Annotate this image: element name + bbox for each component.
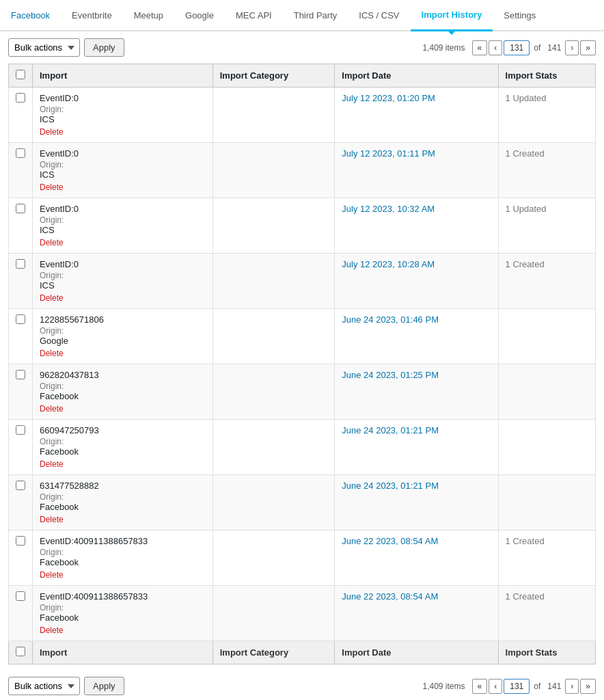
last-page-btn-top[interactable]: » — [580, 40, 596, 55]
row-checkbox[interactable] — [16, 259, 25, 269]
row-checkbox[interactable] — [16, 370, 25, 379]
apply-button-bottom[interactable]: Apply — [84, 677, 124, 695]
import-category-cell — [212, 88, 335, 143]
import-category-cell — [212, 586, 335, 641]
select-all-checkbox[interactable] — [16, 70, 25, 79]
origin-value: Facebook — [40, 391, 206, 401]
first-page-btn-top[interactable]: « — [472, 40, 488, 55]
row-checkbox[interactable] — [16, 591, 25, 601]
event-id: EventID:0 — [40, 204, 206, 214]
import-date-cell: July 12 2023, 10:32 AM — [335, 198, 498, 254]
event-id: EventID:0 — [40, 259, 206, 269]
row-checkbox[interactable] — [16, 425, 25, 435]
tab-eventbrite[interactable]: Eventbrite — [61, 0, 123, 30]
import-date-value: June 24 2023, 01:21 PM — [342, 481, 439, 491]
event-id: EventID:400911388657833 — [40, 591, 206, 602]
table-row: 631477528882Origin:FacebookDeleteJune 24… — [9, 475, 596, 530]
tab-meetup[interactable]: Meetup — [123, 0, 174, 30]
table-row: EventID:400911388657833Origin:FacebookDe… — [9, 530, 596, 586]
import-date-cell: July 12 2023, 01:11 PM — [335, 143, 498, 198]
delete-link[interactable]: Delete — [40, 459, 64, 469]
import-cell: EventID:0Origin:ICSDelete — [33, 254, 213, 309]
import-stats-cell: 1 Created — [498, 143, 595, 198]
delete-link[interactable]: Delete — [40, 515, 64, 524]
row-checkbox-cell — [9, 364, 33, 420]
origin-value: Facebook — [40, 502, 206, 512]
import-category-cell — [212, 420, 335, 475]
delete-link[interactable]: Delete — [40, 404, 64, 414]
apply-button-top[interactable]: Apply — [84, 38, 124, 57]
import-stats-value: 1 Created — [506, 148, 545, 159]
row-checkbox-cell — [9, 420, 33, 475]
import-category-cell — [212, 309, 335, 364]
origin-value: ICS — [40, 114, 206, 124]
row-checkbox[interactable] — [16, 481, 25, 490]
prev-page-btn-bottom[interactable]: ‹ — [489, 679, 502, 694]
delete-link[interactable]: Delete — [40, 570, 64, 580]
table-row: EventID:0Origin:ICSDeleteJuly 12 2023, 1… — [9, 198, 596, 254]
delete-link[interactable]: Delete — [40, 127, 64, 137]
event-id: 660947250793 — [40, 425, 206, 435]
tab-ics---csv[interactable]: ICS / CSV — [348, 0, 410, 30]
import-cell: 660947250793Origin:FacebookDelete — [33, 420, 213, 475]
tab-settings[interactable]: Settings — [493, 0, 547, 30]
origin-label: Origin: — [40, 215, 206, 225]
next-page-btn-top[interactable]: › — [565, 40, 579, 55]
import-date-value: June 24 2023, 01:25 PM — [342, 370, 439, 380]
delete-link[interactable]: Delete — [40, 625, 64, 635]
row-checkbox[interactable] — [16, 93, 25, 103]
row-checkbox-cell — [9, 254, 33, 309]
import-date-cell: June 24 2023, 01:21 PM — [335, 420, 498, 475]
bulk-actions-select-top[interactable]: Bulk actions — [8, 38, 80, 57]
row-checkbox[interactable] — [16, 536, 25, 546]
import-date-cell: July 12 2023, 10:28 AM — [335, 254, 498, 309]
import-cell: EventID:0Origin:ICSDelete — [33, 143, 213, 198]
table-row: EventID:400911388657833Origin:FacebookDe… — [9, 586, 596, 641]
table-row: EventID:0Origin:ICSDeleteJuly 12 2023, 1… — [9, 254, 596, 309]
tab-mec-api[interactable]: MEC API — [225, 0, 283, 30]
row-checkbox-cell — [9, 586, 33, 641]
tab-import-history[interactable]: Import History — [411, 0, 493, 31]
next-page-btn-bottom[interactable]: › — [565, 679, 579, 694]
import-date-cell: June 22 2023, 08:54 AM — [335, 530, 498, 586]
import-stats-value: 1 Created — [506, 591, 545, 602]
of-label-bottom: of — [534, 682, 540, 691]
row-checkbox[interactable] — [16, 148, 25, 158]
import-date-value: June 24 2023, 01:21 PM — [342, 425, 439, 435]
import-date-cell: June 22 2023, 08:54 AM — [335, 586, 498, 641]
select-all-header[interactable] — [9, 64, 33, 88]
tab-third-party[interactable]: Third Party — [283, 0, 348, 30]
import-date-value: June 22 2023, 08:54 AM — [342, 536, 438, 546]
delete-link[interactable]: Delete — [40, 293, 64, 303]
items-count-top: 1,409 items — [423, 43, 465, 53]
delete-link[interactable]: Delete — [40, 349, 64, 358]
current-page-bottom[interactable]: 131 — [504, 679, 530, 694]
first-page-btn-bottom[interactable]: « — [472, 679, 488, 694]
footer-select-all-checkbox[interactable] — [16, 647, 25, 656]
footer-col-import: Import — [33, 641, 213, 664]
origin-value: ICS — [40, 280, 206, 291]
import-stats-value: 1 Updated — [506, 204, 547, 214]
delete-link[interactable]: Delete — [40, 238, 64, 247]
import-stats-cell: 1 Created — [498, 586, 595, 641]
row-checkbox-cell — [9, 198, 33, 254]
col-header-import: Import — [33, 64, 213, 88]
current-page-top[interactable]: 131 — [504, 40, 530, 55]
origin-value: ICS — [40, 225, 206, 235]
delete-link[interactable]: Delete — [40, 183, 64, 192]
row-checkbox[interactable] — [16, 204, 25, 213]
toolbar-bottom-left: Bulk actions Apply — [8, 677, 124, 695]
bulk-actions-select-bottom[interactable]: Bulk actions — [8, 677, 80, 695]
tab-google[interactable]: Google — [174, 0, 225, 30]
import-date-value: July 12 2023, 01:20 PM — [342, 93, 435, 103]
import-category-cell — [212, 530, 335, 586]
col-header-import-category: Import Category — [212, 64, 335, 88]
origin-label: Origin: — [40, 548, 206, 557]
import-stats-cell — [498, 420, 595, 475]
row-checkbox[interactable] — [16, 314, 25, 324]
prev-page-btn-top[interactable]: ‹ — [489, 40, 502, 55]
last-page-btn-bottom[interactable]: » — [580, 679, 596, 694]
tab-facebook[interactable]: Facebook — [0, 0, 61, 30]
toolbar-top-left: Bulk actions Apply — [8, 38, 124, 57]
toolbar-bottom-right: 1,409 items « ‹ 131 of 141 › » — [423, 679, 596, 694]
